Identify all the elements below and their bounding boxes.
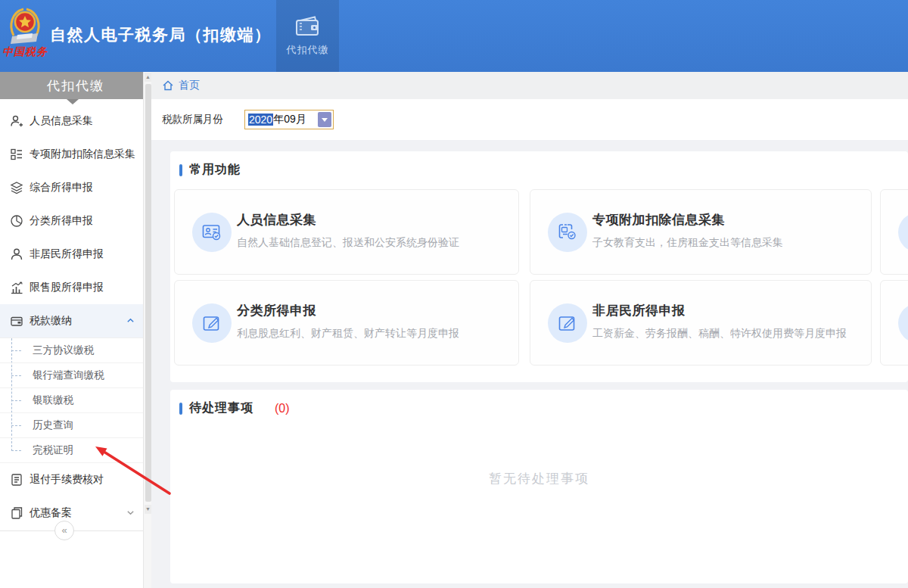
tax-app-window: { "header": { "logo_caption": "中国税务", "t… (0, 0, 908, 588)
sidebar-item-label: 人员信息采集 (30, 114, 93, 128)
section-title: 常用功能 (189, 162, 241, 178)
sidebar: 代扣代缴 人员信息采集 专项附加扣除信息采集 综合所得 (0, 72, 151, 588)
card-text: 人员信息采集 自然人基础信息登记、报送和公安系统身份验证 (237, 211, 511, 250)
sidebar-item-classified-income[interactable]: 分类所得申报 (0, 204, 143, 238)
sidebar-item-label: 非居民所得申报 (30, 247, 104, 261)
sidebar-item-comprehensive-income[interactable]: 综合所得申报 (0, 171, 143, 204)
tax-payment-submenu: 三方协议缴税 银行端查询缴税 银联缴税 历史查询 完税证明 (0, 338, 143, 463)
todo-count-badge: (0) (275, 402, 290, 415)
card-special-deduction[interactable]: 专项附加扣除信息采集 子女教育支出，住房租金支出等信息采集 (530, 189, 872, 275)
submenu-item-label: 三方协议缴税 (33, 344, 94, 356)
header-tab-label: 代扣代缴 (287, 43, 329, 57)
document-lines-icon (10, 473, 23, 487)
id-card-check-icon (201, 222, 222, 243)
submenu-item-history-query[interactable]: 历史查询 (0, 413, 143, 438)
home-icon (162, 79, 174, 92)
sidebar-item-label: 优惠备案 (30, 506, 72, 520)
national-emblem-icon (2, 5, 48, 45)
user-plus-icon (10, 114, 23, 128)
chevron-down-icon (126, 509, 135, 517)
submenu-item-label: 完税证明 (33, 444, 73, 456)
common-functions-panel: 常用功能 人员信息采集 自然人基础信息登记、报送和公安系统身份验证 (170, 151, 908, 382)
sidebar-item-label: 退付手续费核对 (30, 473, 104, 487)
card-icon-circle (192, 303, 232, 343)
pie-chart-icon (10, 214, 23, 228)
card-classified-income[interactable]: 分类所得申报 利息股息红利、财产租赁、财产转让等月度申报 (174, 280, 519, 366)
layers-icon (10, 181, 23, 194)
scroll-up-button[interactable]: ▲ (145, 73, 151, 82)
sidebar-item-label: 限售股所得申报 (30, 281, 104, 294)
breadcrumb[interactable]: 首页 (151, 72, 908, 99)
card-icon-circle (548, 213, 587, 252)
sidebar-item-restricted-shares[interactable]: 限售股所得申报 (0, 271, 143, 304)
header-tab-withholding[interactable]: 代扣代缴 (276, 0, 339, 72)
card-personnel-info[interactable]: 人员信息采集 自然人基础信息登记、报送和公安系统身份验证 (174, 189, 519, 275)
sidebar-menu: 人员信息采集 专项附加扣除信息采集 综合所得申报 分类所得申报 (0, 104, 143, 530)
card-nonresident-income[interactable]: 非居民所得申报 工资薪金、劳务报酬、稿酬、特许权使用费等月度申报 (530, 280, 872, 366)
sidebar-collapse-button[interactable]: « (54, 521, 74, 540)
bar-chart-icon (10, 281, 23, 294)
month-dropdown-button[interactable] (318, 112, 331, 127)
card-icon-circle (548, 303, 587, 343)
card-text: 分类所得申报 利息股息红利、财产租赁、财产转让等月度申报 (237, 302, 511, 341)
sidebar-item-refund-fee-check[interactable]: 退付手续费核对 (0, 463, 143, 496)
common-functions-header: 常用功能 (179, 162, 241, 178)
card-partial-top[interactable] (880, 189, 908, 275)
card-title: 非居民所得申报 (592, 302, 863, 319)
main-content: 首页 税款所属月份 2020 年09月 常用功能 (151, 72, 908, 588)
sidebar-notch (67, 99, 79, 104)
card-text: 专项附加扣除信息采集 子女教育支出，住房租金支出等信息采集 (592, 211, 863, 250)
submenu-item-tripartite-agreement[interactable]: 三方协议缴税 (0, 338, 143, 363)
sidebar-item-label: 分类所得申报 (30, 214, 93, 228)
card-description: 子女教育支出，住房租金支出等信息采集 (592, 236, 863, 250)
app-header: 中国税务 自然人电子税务局（扣缴端） 代扣代缴 (0, 0, 908, 72)
card-icon-circle (898, 303, 908, 343)
card-partial-bottom[interactable] (880, 280, 908, 366)
section-title: 待处理事项 (189, 400, 253, 416)
todo-header: 待处理事项 (0) (179, 400, 290, 416)
card-icon-circle (898, 213, 908, 252)
chevron-up-icon (126, 316, 135, 325)
logo-caption: 中国税务 (2, 45, 48, 59)
submenu-item-label: 历史查询 (33, 419, 73, 431)
card-title: 分类所得申报 (237, 302, 511, 319)
scrollbar-thumb[interactable] (145, 84, 151, 502)
tax-month-label: 税款所属月份 (162, 99, 223, 140)
card-title: 人员信息采集 (237, 211, 511, 229)
edit-icon (201, 313, 222, 334)
todo-empty-message: 暂无待处理事项 (170, 470, 908, 487)
collapse-chevrons-icon: « (61, 524, 67, 536)
month-selected-text: 2020 (248, 114, 273, 126)
submenu-item-label: 银联缴税 (33, 394, 73, 406)
card-icon-circle (192, 213, 232, 252)
submenu-item-bank-inquiry[interactable]: 银行端查询缴税 (0, 363, 143, 388)
breadcrumb-home-label: 首页 (179, 79, 200, 92)
sidebar-scrollbar[interactable]: ▲ ▼ (143, 72, 151, 588)
edit-icon (557, 313, 578, 334)
sidebar-item-label: 税款缴纳 (30, 314, 72, 328)
section-bar (179, 164, 182, 176)
sidebar-item-tax-payment[interactable]: 税款缴纳 (0, 304, 143, 338)
sidebar-title: 代扣代缴 (0, 72, 151, 99)
card-text: 非居民所得申报 工资薪金、劳务报酬、稿酬、特许权使用费等月度申报 (592, 302, 863, 341)
tax-month-input[interactable]: 2020 年09月 (244, 110, 334, 129)
scroll-down-button[interactable]: ▼ (145, 505, 151, 514)
section-bar (179, 403, 182, 415)
tax-bureau-logo: 中国税务 (2, 5, 48, 59)
list-grid-icon (10, 148, 23, 161)
user-icon (10, 247, 23, 261)
submenu-item-unionpay[interactable]: 银联缴税 (0, 388, 143, 413)
sidebar-item-label: 综合所得申报 (30, 181, 93, 194)
doc-check-icon (557, 222, 578, 243)
sidebar-item-personnel-info[interactable]: 人员信息采集 (0, 104, 143, 138)
card-description: 自然人基础信息登记、报送和公安系统身份验证 (237, 236, 511, 250)
app-title: 自然人电子税务局（扣缴端） (50, 0, 272, 72)
submenu-item-label: 银行端查询缴税 (33, 369, 104, 381)
wallet-small-icon (10, 314, 23, 328)
submenu-item-tax-certificate[interactable]: 完税证明 (0, 438, 143, 463)
todo-panel: 待处理事项 (0) 暂无待处理事项 (170, 390, 908, 583)
month-rest-text: 年09月 (273, 113, 306, 126)
sidebar-item-special-deduction[interactable]: 专项附加扣除信息采集 (0, 138, 143, 171)
card-description: 工资薪金、劳务报酬、稿酬、特许权使用费等月度申报 (592, 327, 863, 341)
sidebar-item-nonresident-income[interactable]: 非居民所得申报 (0, 238, 143, 271)
